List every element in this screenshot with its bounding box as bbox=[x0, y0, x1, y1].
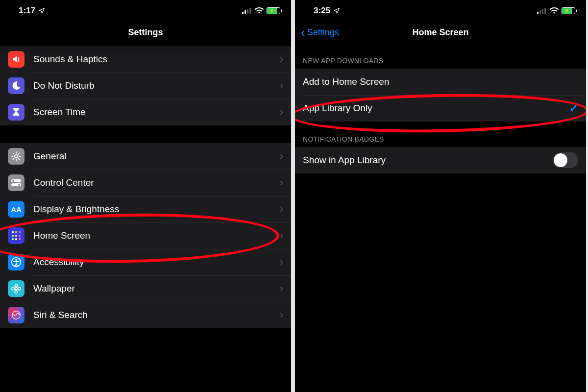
wifi-icon bbox=[550, 7, 559, 14]
status-time: 1:17 bbox=[19, 6, 35, 16]
chevron-right-icon: › bbox=[280, 176, 283, 189]
screenshot-home-screen-settings: 3:25 ⚡ bbox=[293, 0, 586, 392]
svg-point-9 bbox=[18, 184, 20, 186]
chevron-right-icon: › bbox=[280, 150, 283, 163]
accessibility-icon bbox=[8, 254, 24, 270]
section-separator bbox=[0, 125, 291, 143]
row-label: Control Center bbox=[33, 177, 280, 188]
hourglass-icon bbox=[8, 104, 24, 121]
location-arrow-icon bbox=[38, 7, 45, 14]
row-show-in-app-library[interactable]: Show in App Library bbox=[295, 147, 586, 173]
back-button[interactable]: ‹ Settings bbox=[301, 22, 339, 43]
svg-rect-15 bbox=[19, 235, 21, 237]
back-label: Settings bbox=[307, 27, 339, 38]
row-label: Sounds & Haptics bbox=[33, 54, 280, 65]
row-siri-search[interactable]: Siri & Search › bbox=[0, 302, 291, 328]
row-label: General bbox=[33, 151, 280, 162]
cellular-signal-icon bbox=[537, 8, 547, 14]
svg-rect-2 bbox=[247, 9, 248, 14]
toggle-knob bbox=[554, 153, 567, 167]
toggles-icon bbox=[8, 174, 24, 191]
battery-icon: ⚡ bbox=[267, 7, 280, 14]
svg-point-23 bbox=[15, 291, 18, 294]
svg-rect-10 bbox=[12, 231, 14, 233]
page-title: Home Screen bbox=[412, 27, 468, 38]
chevron-left-icon: ‹ bbox=[301, 25, 305, 40]
group-notification-badges: Show in App Library bbox=[295, 147, 586, 173]
gear-icon bbox=[8, 148, 24, 165]
svg-rect-11 bbox=[15, 231, 17, 233]
svg-point-25 bbox=[18, 287, 21, 290]
row-general[interactable]: General › bbox=[0, 143, 291, 170]
svg-rect-18 bbox=[19, 238, 21, 240]
svg-point-7 bbox=[12, 180, 14, 182]
svg-rect-29 bbox=[542, 9, 543, 14]
svg-point-21 bbox=[15, 288, 18, 290]
row-accessibility[interactable]: Accessibility › bbox=[0, 249, 291, 275]
cellular-signal-icon bbox=[242, 8, 252, 14]
svg-point-20 bbox=[15, 259, 17, 261]
chevron-right-icon: › bbox=[280, 309, 283, 321]
row-screen-time[interactable]: Screen Time › bbox=[0, 99, 291, 125]
toggle-show-in-app-library[interactable] bbox=[553, 152, 578, 168]
checkmark-icon: ✓ bbox=[569, 102, 578, 115]
battery-icon: ⚡ bbox=[562, 7, 575, 14]
status-time: 3:25 bbox=[314, 6, 330, 16]
nav-bar: ‹ Settings Home Screen bbox=[295, 22, 586, 43]
flower-icon bbox=[8, 280, 24, 297]
siri-icon bbox=[8, 307, 24, 323]
chevron-right-icon: › bbox=[280, 106, 283, 119]
settings-group-1: Sounds & Haptics › Do Not Disturb › Scre… bbox=[0, 46, 291, 125]
row-sounds-haptics[interactable]: Sounds & Haptics › bbox=[0, 46, 291, 73]
svg-point-4 bbox=[258, 12, 260, 13]
svg-rect-12 bbox=[19, 231, 21, 233]
chevron-right-icon: › bbox=[280, 256, 283, 269]
row-label: Siri & Search bbox=[33, 310, 280, 320]
svg-rect-16 bbox=[12, 238, 14, 240]
svg-rect-28 bbox=[539, 10, 541, 14]
status-bar: 3:25 ⚡ bbox=[295, 0, 586, 22]
row-label: Add to Home Screen bbox=[303, 76, 578, 87]
text-size-icon: AA bbox=[8, 201, 24, 218]
row-control-center[interactable]: Control Center › bbox=[0, 170, 291, 196]
row-label: Accessibility bbox=[33, 257, 280, 268]
svg-rect-17 bbox=[15, 238, 17, 240]
row-display-brightness[interactable]: AA Display & Brightness › bbox=[0, 196, 291, 222]
row-label: Screen Time bbox=[33, 107, 280, 118]
section-header-notification-badges: NOTIFICATION BADGES bbox=[295, 122, 586, 147]
row-label: Show in App Library bbox=[303, 155, 553, 166]
row-app-library-only[interactable]: App Library Only ✓ bbox=[295, 95, 586, 122]
svg-point-22 bbox=[15, 284, 18, 287]
svg-point-24 bbox=[12, 287, 15, 290]
settings-list[interactable]: Sounds & Haptics › Do Not Disturb › Scre… bbox=[0, 46, 291, 328]
chevron-right-icon: › bbox=[280, 229, 283, 242]
row-label: Wallpaper bbox=[33, 283, 280, 294]
group-new-app-downloads: Add to Home Screen App Library Only ✓ bbox=[295, 69, 586, 122]
home-grid-icon bbox=[8, 227, 24, 244]
status-bar: 1:17 ⚡ bbox=[0, 0, 291, 22]
svg-rect-14 bbox=[15, 235, 17, 237]
moon-icon bbox=[8, 77, 24, 94]
page-title: Settings bbox=[128, 27, 163, 38]
wifi-icon bbox=[255, 7, 264, 14]
section-header-new-app-downloads: NEW APP DOWNLOADS bbox=[295, 43, 586, 69]
row-wallpaper[interactable]: Wallpaper › bbox=[0, 275, 291, 302]
row-label: App Library Only bbox=[303, 103, 569, 114]
row-do-not-disturb[interactable]: Do Not Disturb › bbox=[0, 73, 291, 99]
sounds-icon bbox=[8, 51, 24, 68]
chevron-right-icon: › bbox=[280, 203, 283, 216]
nav-bar: Settings bbox=[0, 22, 291, 43]
svg-rect-30 bbox=[544, 8, 546, 14]
chevron-right-icon: › bbox=[280, 79, 283, 92]
location-arrow-icon bbox=[333, 7, 340, 14]
row-home-screen[interactable]: Home Screen › bbox=[0, 222, 291, 249]
svg-rect-3 bbox=[249, 8, 251, 14]
svg-point-5 bbox=[15, 155, 18, 158]
settings-group-2: General › Control Center › AA Display & … bbox=[0, 143, 291, 328]
chevron-right-icon: › bbox=[280, 53, 283, 66]
svg-rect-27 bbox=[537, 12, 539, 14]
row-label: Do Not Disturb bbox=[33, 80, 280, 91]
chevron-right-icon: › bbox=[280, 282, 283, 295]
row-add-to-home-screen[interactable]: Add to Home Screen bbox=[295, 69, 586, 95]
row-label: Display & Brightness bbox=[33, 204, 280, 215]
